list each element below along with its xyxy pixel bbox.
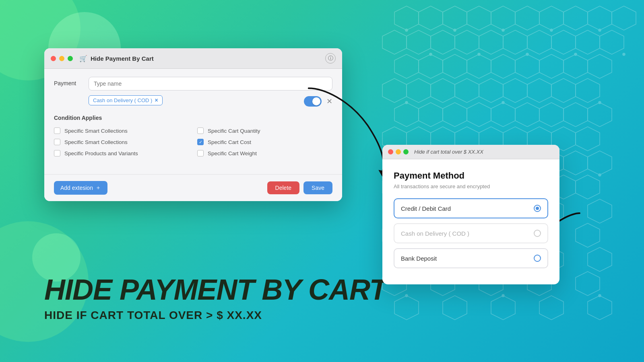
svg-marker-94 [394, 296, 419, 320]
svg-marker-8 [588, 6, 612, 30]
svg-marker-2 [443, 6, 467, 30]
condition-4: ✓ Specific Cart Cost [197, 139, 332, 145]
payment-tl-red[interactable] [388, 149, 393, 154]
condition-2: Specific Cart Quantity [197, 128, 332, 134]
payment-content: Payment Method All transactions are secu… [382, 159, 559, 284]
svg-point-110 [502, 101, 504, 104]
credit-card-label: Credit / Debit Card [401, 205, 451, 212]
svg-point-100 [454, 29, 456, 31]
credit-card-radio [534, 205, 541, 212]
checkbox-1[interactable] [54, 128, 60, 134]
tl-yellow[interactable] [59, 56, 64, 61]
svg-marker-17 [551, 30, 576, 54]
info-button[interactable]: ⓘ [325, 53, 336, 64]
svg-marker-23 [467, 54, 491, 78]
svg-marker-46 [588, 103, 612, 127]
svg-marker-21 [419, 54, 443, 78]
svg-point-107 [574, 53, 577, 56]
payment-name-input[interactable] [89, 77, 332, 90]
svg-marker-24 [491, 54, 515, 78]
svg-marker-26 [539, 54, 564, 78]
svg-point-99 [405, 29, 408, 31]
payment-method-title: Payment Method [394, 171, 548, 181]
cart-icon: 🛒 [79, 55, 87, 62]
condition-3: Specific Smart Collections [54, 139, 189, 145]
svg-marker-73 [576, 175, 600, 199]
svg-marker-29 [382, 78, 407, 103]
save-button[interactable]: Save [303, 181, 332, 194]
svg-marker-97 [539, 296, 564, 320]
cod-tag: Cash on Delivery ( COD ) × [89, 95, 163, 105]
svg-marker-11 [407, 30, 431, 54]
svg-marker-22 [443, 54, 467, 78]
svg-marker-12 [431, 30, 455, 54]
payment-tl-green[interactable] [403, 149, 409, 154]
svg-marker-20 [394, 54, 419, 78]
svg-marker-42 [491, 103, 515, 127]
svg-marker-64 [588, 151, 612, 175]
hero-subtitle: HIDE IF CART TOTAL OVER > $ XX.XX [44, 309, 387, 322]
close-button[interactable]: ✕ [326, 97, 332, 106]
payment-window-title: Hide if cart total over $ XX.XX [414, 149, 483, 155]
condition-6: Specific Cart Weight [197, 150, 332, 156]
checkbox-2[interactable] [197, 128, 204, 134]
svg-point-105 [478, 53, 480, 56]
svg-marker-55 [576, 127, 600, 151]
svg-point-108 [623, 53, 625, 56]
payment-tl-yellow[interactable] [396, 149, 401, 154]
tl-green[interactable] [68, 56, 73, 61]
payment-window: Hide if cart total over $ XX.XX Payment … [382, 145, 559, 284]
svg-marker-10 [382, 30, 407, 54]
svg-marker-44 [539, 103, 564, 127]
svg-point-121 [599, 294, 601, 297]
svg-marker-9 [612, 6, 636, 30]
svg-point-114 [599, 174, 601, 176]
svg-marker-6 [539, 6, 564, 30]
payment-option-cod[interactable]: Cash on Delivery ( COD ) [394, 223, 548, 243]
svg-marker-25 [515, 54, 539, 78]
svg-marker-40 [443, 103, 467, 127]
svg-point-111 [599, 101, 601, 104]
condition-5-label: Specific Products and Variants [64, 150, 138, 156]
condition-title: Condition Applies [54, 115, 332, 121]
svg-marker-27 [564, 54, 588, 78]
svg-marker-7 [564, 6, 588, 30]
svg-point-104 [429, 53, 432, 56]
svg-marker-96 [491, 296, 515, 320]
svg-marker-43 [515, 103, 539, 127]
payment-option-credit-card[interactable]: Credit / Debit Card [394, 198, 548, 218]
conditions-grid: Specific Smart Collections Specific Cart… [54, 128, 332, 156]
checkbox-6[interactable] [197, 150, 204, 156]
svg-point-102 [550, 29, 553, 31]
payment-row: Payment Cash on Delivery ( COD ) × ✕ [54, 77, 332, 107]
checkbox-5[interactable] [54, 150, 60, 156]
svg-marker-35 [527, 78, 551, 103]
svg-marker-30 [407, 78, 431, 103]
svg-marker-34 [503, 78, 527, 103]
svg-point-120 [502, 294, 504, 297]
svg-marker-38 [394, 103, 419, 127]
action-buttons: Delete Save [267, 181, 332, 194]
svg-marker-16 [527, 30, 551, 54]
checkbox-3[interactable] [54, 139, 60, 145]
add-extension-button[interactable]: Add extesion ＋ [54, 181, 107, 195]
svg-marker-13 [455, 30, 479, 54]
svg-marker-88 [588, 247, 612, 272]
svg-marker-63 [564, 151, 588, 175]
admin-content: Payment Cash on Delivery ( COD ) × ✕ [44, 69, 342, 174]
cod-radio [534, 230, 541, 237]
svg-marker-93 [576, 272, 600, 296]
delete-button[interactable]: Delete [267, 181, 299, 194]
condition-3-label: Specific Smart Collections [64, 139, 128, 145]
tag-close-button[interactable]: × [155, 97, 158, 103]
svg-marker-39 [419, 103, 443, 127]
svg-marker-37 [576, 78, 600, 103]
checkbox-4[interactable]: ✓ [197, 139, 204, 145]
svg-marker-45 [564, 103, 588, 127]
payment-option-bank[interactable]: Bank Deposit [394, 248, 548, 268]
condition-6-label: Specific Cart Weight [208, 150, 257, 156]
svg-marker-14 [479, 30, 503, 54]
svg-marker-83 [576, 223, 600, 247]
payment-toggle[interactable] [304, 96, 322, 107]
tl-red[interactable] [51, 56, 56, 61]
